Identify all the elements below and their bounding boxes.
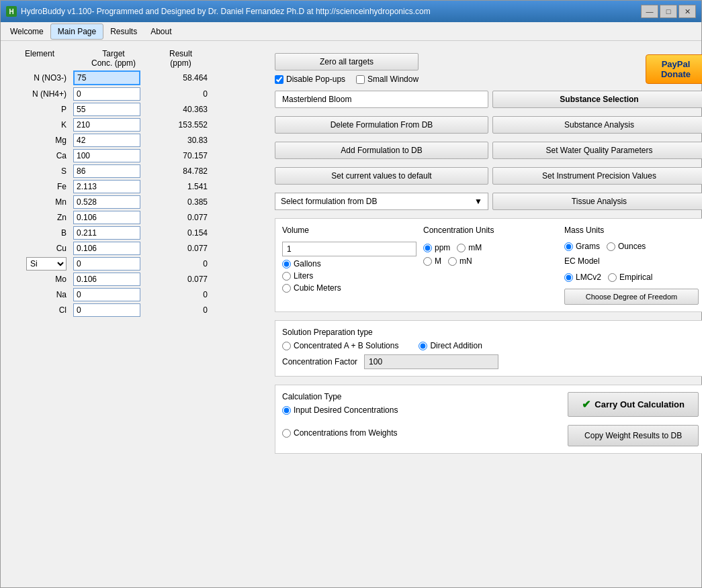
element-label-ca: Ca bbox=[6, 151, 73, 160]
copy-weight-results-button[interactable]: Copy Weight Results to DB bbox=[568, 425, 699, 446]
calc-grid: Calculation Type Input Desired Concentra… bbox=[282, 392, 699, 446]
empirical-radio[interactable] bbox=[608, 273, 617, 282]
carry-out-calculation-button[interactable]: ✔ Carry Out Calculation bbox=[568, 392, 699, 417]
lmcv2-radio[interactable] bbox=[564, 273, 573, 282]
result-b: 0.154 bbox=[154, 228, 208, 238]
input-n-no3[interactable] bbox=[73, 70, 140, 85]
input-mn[interactable] bbox=[73, 195, 140, 209]
set-current-default-button[interactable]: Set current values to default bbox=[275, 167, 488, 185]
ppm-radio[interactable] bbox=[423, 244, 432, 252]
ounces-radio-label[interactable]: Ounces bbox=[607, 242, 646, 251]
liters-radio-label[interactable]: Liters bbox=[282, 271, 416, 281]
maximize-button[interactable]: □ bbox=[660, 5, 677, 18]
si-dropdown[interactable]: Si bbox=[26, 257, 67, 271]
input-b[interactable] bbox=[73, 226, 140, 240]
input-desired-radio[interactable] bbox=[282, 406, 291, 415]
menu-results[interactable]: Results bbox=[103, 24, 144, 39]
ounces-radio[interactable] bbox=[607, 242, 615, 251]
buttons-row5: Select formulation from DB ▼ Tissue Anal… bbox=[275, 193, 702, 210]
zero-targets-button[interactable]: Zero all targets bbox=[275, 53, 419, 70]
disable-popups-label[interactable]: Disable Pop-ups bbox=[275, 75, 345, 84]
menu-welcome[interactable]: Welcome bbox=[3, 24, 50, 39]
table-row: K 153.552 bbox=[6, 118, 268, 132]
mn-radio-label[interactable]: mN bbox=[448, 256, 472, 266]
element-label-mg: Mg bbox=[6, 136, 73, 145]
minimize-button[interactable]: — bbox=[641, 5, 658, 18]
conc-factor-row: Concentration Factor bbox=[282, 354, 699, 369]
calc-type-title: Calculation Type bbox=[282, 392, 561, 401]
input-mo[interactable] bbox=[73, 273, 140, 286]
lmcv2-radio-label[interactable]: LMCv2 bbox=[564, 273, 601, 282]
grams-radio[interactable] bbox=[564, 242, 573, 251]
input-cl[interactable] bbox=[73, 303, 140, 317]
table-row: Na 0 bbox=[6, 288, 268, 301]
add-formulation-button[interactable]: Add Formulation to DB bbox=[275, 142, 488, 159]
input-cu[interactable] bbox=[73, 242, 140, 255]
small-window-checkbox[interactable] bbox=[356, 75, 365, 84]
choose-dof-button[interactable]: Choose Degree of Freedom bbox=[564, 289, 699, 305]
small-window-label[interactable]: Small Window bbox=[356, 75, 419, 84]
window-title: HydroBuddy v1.100- Programmed and Design… bbox=[21, 7, 431, 16]
empirical-radio-label[interactable]: Empirical bbox=[608, 273, 652, 282]
concentrated-ab-radio-label[interactable]: Concentrated A + B Solutions bbox=[282, 341, 398, 350]
delete-formulation-button[interactable]: Delete Formulation From DB bbox=[275, 116, 488, 134]
element-label-si: Si bbox=[6, 257, 73, 271]
menu-main-page[interactable]: Main Page bbox=[50, 23, 103, 40]
main-content: Element Target Conc. (ppm) Result (ppm) … bbox=[1, 41, 701, 587]
table-row: N (NH4+) 0 bbox=[6, 87, 268, 101]
checkmark-icon: ✔ bbox=[582, 398, 590, 411]
mm-radio-label[interactable]: mM bbox=[457, 243, 482, 252]
tissue-analysis-button[interactable]: Tissue Analysis bbox=[492, 193, 702, 210]
input-mg[interactable] bbox=[73, 134, 140, 147]
menu-bar: Welcome Main Page Results About bbox=[1, 22, 701, 41]
m-radio[interactable] bbox=[423, 257, 432, 266]
conc-factor-input[interactable] bbox=[364, 354, 498, 369]
set-instrument-button[interactable]: Set Instrument Precision Values bbox=[492, 167, 702, 185]
formulation-name-input[interactable] bbox=[275, 91, 488, 108]
select-formulation-dropdown[interactable]: Select formulation from DB ▼ bbox=[275, 193, 488, 210]
direct-addition-radio-label[interactable]: Direct Addition bbox=[419, 341, 482, 350]
buttons-row1: Substance Selection bbox=[275, 91, 702, 108]
input-n-nh4[interactable] bbox=[73, 87, 140, 101]
table-header: Element Target Conc. (ppm) Result (ppm) bbox=[6, 46, 268, 70]
direct-addition-radio[interactable] bbox=[419, 342, 427, 350]
m-radio-label[interactable]: M bbox=[423, 256, 441, 266]
liters-radio[interactable] bbox=[282, 272, 291, 281]
input-s[interactable] bbox=[73, 164, 140, 178]
menu-about[interactable]: About bbox=[144, 24, 178, 39]
mn-radio[interactable] bbox=[448, 257, 457, 266]
input-si[interactable] bbox=[73, 257, 140, 271]
input-p[interactable] bbox=[73, 103, 140, 116]
input-fe[interactable] bbox=[73, 180, 140, 193]
gallons-radio[interactable] bbox=[282, 260, 291, 268]
paypal-button[interactable]: PayPal Donate bbox=[646, 54, 702, 84]
mm-radio[interactable] bbox=[457, 244, 466, 252]
substance-selection-button[interactable]: Substance Selection bbox=[492, 91, 702, 108]
app-icon: H bbox=[6, 6, 17, 17]
volume-input[interactable] bbox=[282, 242, 416, 256]
concentrated-ab-radio[interactable] bbox=[282, 342, 291, 350]
input-na[interactable] bbox=[73, 288, 140, 301]
substance-analysis-button[interactable]: Substance Analysis bbox=[492, 116, 702, 134]
conc-from-weights-radio-label[interactable]: Concentrations from Weights bbox=[282, 428, 561, 438]
conc-factor-label: Concentration Factor bbox=[282, 357, 357, 366]
ppm-radio-label[interactable]: ppm bbox=[423, 243, 450, 252]
input-desired-radio-label[interactable]: Input Desired Concentrations bbox=[282, 405, 561, 415]
disable-popups-checkbox[interactable] bbox=[275, 75, 283, 84]
top-row: Zero all targets Disable Pop-ups Small W… bbox=[275, 46, 702, 84]
conc-from-weights-radio[interactable] bbox=[282, 429, 291, 438]
close-button[interactable]: ✕ bbox=[678, 5, 696, 18]
element-label-k: K bbox=[6, 120, 73, 130]
cubic-meters-radio-label[interactable]: Cubic Meters bbox=[282, 283, 416, 293]
input-k[interactable] bbox=[73, 118, 140, 132]
buttons-row3: Add Formulation to DB Set Water Quality … bbox=[275, 142, 702, 159]
input-ca[interactable] bbox=[73, 149, 140, 162]
input-zn[interactable] bbox=[73, 211, 140, 224]
set-water-quality-button[interactable]: Set Water Quality Parameters bbox=[492, 142, 702, 159]
result-s: 84.782 bbox=[154, 166, 208, 176]
cubic-meters-radio[interactable] bbox=[282, 284, 291, 293]
gallons-radio-label[interactable]: Gallons bbox=[282, 259, 416, 268]
element-label-mo: Mo bbox=[6, 275, 73, 284]
result-n-nh4: 0 bbox=[154, 89, 208, 99]
grams-radio-label[interactable]: Grams bbox=[564, 242, 600, 251]
